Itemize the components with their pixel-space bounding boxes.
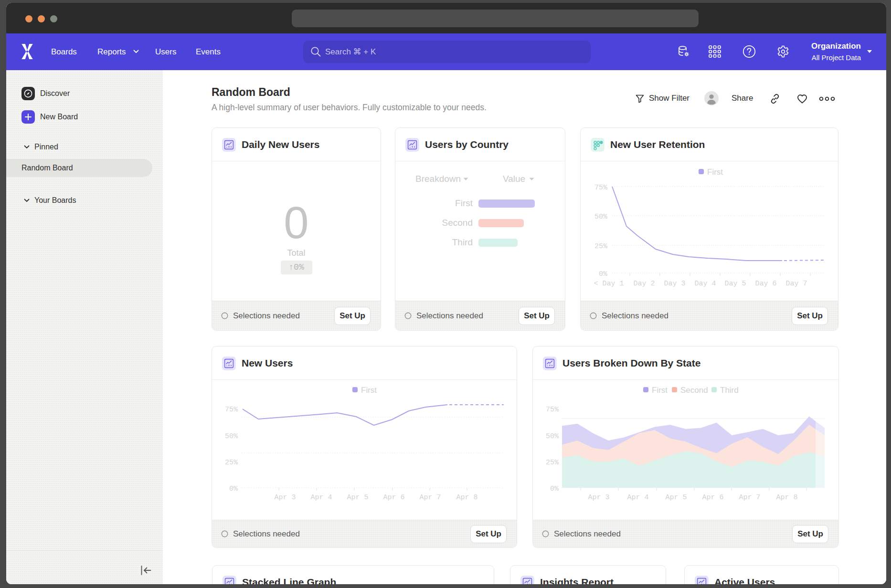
svg-text:Day 1: Day 1 bbox=[602, 280, 624, 288]
svg-text:50%: 50% bbox=[594, 213, 608, 221]
svg-text:75%: 75% bbox=[225, 406, 238, 414]
svg-text:Apr 4: Apr 4 bbox=[627, 494, 648, 502]
svg-text:Apr 8: Apr 8 bbox=[776, 494, 797, 502]
svg-text:25%: 25% bbox=[594, 242, 608, 251]
svg-text:Apr 8: Apr 8 bbox=[456, 494, 477, 502]
svg-text:0%: 0% bbox=[229, 485, 238, 493]
svg-text:Apr 7: Apr 7 bbox=[739, 494, 760, 502]
svg-text:Apr 3: Apr 3 bbox=[274, 494, 296, 502]
svg-text:Apr 3: Apr 3 bbox=[588, 494, 609, 502]
svg-text:75%: 75% bbox=[546, 406, 559, 414]
svg-text:First: First bbox=[361, 386, 377, 395]
svg-text:25%: 25% bbox=[546, 459, 559, 467]
svg-text:Day 7: Day 7 bbox=[785, 280, 807, 288]
svg-text:Day 3: Day 3 bbox=[664, 280, 685, 288]
svg-text:First: First bbox=[652, 386, 668, 395]
svg-text:<: < bbox=[594, 280, 598, 288]
svg-text:First: First bbox=[707, 168, 723, 177]
svg-text:25%: 25% bbox=[225, 459, 238, 467]
svg-text:Apr 4: Apr 4 bbox=[310, 494, 332, 502]
svg-text:Day 5: Day 5 bbox=[724, 280, 746, 288]
svg-text:50%: 50% bbox=[225, 432, 238, 441]
svg-text:Day 6: Day 6 bbox=[755, 280, 776, 288]
svg-text:Apr 6: Apr 6 bbox=[383, 494, 404, 502]
svg-text:50%: 50% bbox=[546, 432, 559, 441]
svg-text:Third: Third bbox=[720, 386, 739, 395]
svg-text:Apr 6: Apr 6 bbox=[702, 494, 723, 502]
svg-text:0%: 0% bbox=[550, 485, 559, 493]
svg-text:Day 2: Day 2 bbox=[633, 280, 655, 288]
svg-text:Apr 7: Apr 7 bbox=[419, 494, 441, 502]
svg-text:Apr 5: Apr 5 bbox=[665, 494, 687, 502]
svg-text:0%: 0% bbox=[599, 270, 608, 278]
svg-text:Day 4: Day 4 bbox=[694, 280, 716, 288]
svg-text:75%: 75% bbox=[594, 184, 608, 192]
svg-text:Second: Second bbox=[680, 386, 708, 395]
svg-text:Apr 5: Apr 5 bbox=[347, 494, 368, 502]
